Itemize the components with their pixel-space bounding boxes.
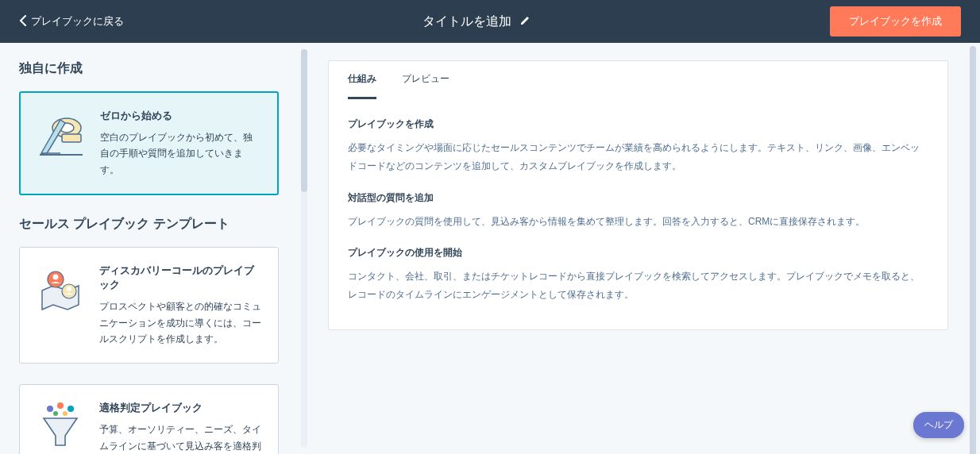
help-label: ヘルプ <box>924 419 953 430</box>
card-body: 適格判定プレイブック 予算、オーソリティー、ニーズ、タイムラインに基づいて見込み… <box>99 401 262 454</box>
template-card-scratch[interactable]: ゼロから始める 空白のプレイブックから初めて、独自の手順や質問を追加していきます… <box>19 91 279 195</box>
card-body: ディスカバリーコールのプレイブック プロスペクトや顧客との的確なコミュニケーショ… <box>99 264 262 347</box>
card-title: ディスカバリーコールのプレイブック <box>99 264 262 292</box>
panel-body: プレイブックを作成 必要なタイミングや場面に応じたセールスコンテンツでチームが業… <box>329 100 947 329</box>
template-sidebar: 独自に作成 ゼロから始める 空白のプレイブックから初めて、独自の手順や質問を追加… <box>0 43 298 454</box>
card-desc: 予算、オーソリティー、ニーズ、タイムラインに基づいて見込み客を適格判定するプレイ… <box>99 421 262 454</box>
card-desc: 空白のプレイブックから初めて、独自の手順や質問を追加していきます。 <box>100 129 261 178</box>
edit-title-icon[interactable] <box>519 14 531 29</box>
create-playbook-button[interactable]: プレイブックを作成 <box>830 6 961 37</box>
svg-point-10 <box>68 406 74 412</box>
back-to-playbooks-link[interactable]: プレイブックに戻る <box>19 14 124 29</box>
section-create-own-title: 独自に作成 <box>19 60 279 77</box>
tab-how-it-works[interactable]: 仕組み <box>348 61 376 99</box>
page-title[interactable]: タイトルを追加 <box>422 13 511 30</box>
contacts-map-icon <box>36 264 85 313</box>
funnel-icon <box>36 401 85 450</box>
back-label: プレイブックに戻る <box>31 14 124 29</box>
panel-heading-3: プレイブックの使用を開始 <box>348 246 928 260</box>
content-area: 仕組み プレビュー プレイブックを作成 必要なタイミングや場面に応じたセールスコ… <box>314 43 980 454</box>
svg-rect-2 <box>62 134 81 142</box>
sidebar-scrollbar[interactable] <box>298 43 314 454</box>
panel-tabs: 仕組み プレビュー <box>329 61 947 100</box>
page-scrollbar[interactable] <box>967 43 980 454</box>
section-sales-templates-title: セールス プレイブック テンプレート <box>19 216 279 233</box>
template-card-discovery[interactable]: ディスカバリーコールのプレイブック プロスペクトや顧客との的確なコミュニケーショ… <box>19 247 279 364</box>
svg-point-8 <box>47 406 53 412</box>
panel-heading-2: 対話型の質問を追加 <box>348 191 928 205</box>
template-card-qualification[interactable]: 適格判定プレイブック 予算、オーソリティー、ニーズ、タイムラインに基づいて見込み… <box>19 384 279 454</box>
sidebar-wrap: 独自に作成 ゼロから始める 空白のプレイブックから初めて、独自の手順や質問を追加… <box>0 43 314 454</box>
help-button[interactable]: ヘルプ <box>913 412 964 438</box>
card-body: ゼロから始める 空白のプレイブックから初めて、独自の手順や質問を追加していきます… <box>100 109 261 178</box>
card-title: ゼロから始める <box>100 109 261 123</box>
main-layout: 独自に作成 ゼロから始める 空白のプレイブックから初めて、独自の手順や質問を追加… <box>0 43 980 454</box>
svg-point-5 <box>53 275 59 280</box>
svg-point-11 <box>53 411 58 416</box>
svg-point-12 <box>63 411 68 416</box>
panel-para-2: プレイブックの質問を使用して、見込み客から情報を集めて整理します。回答を入力する… <box>348 213 928 231</box>
ruler-tape-icon <box>37 109 86 158</box>
details-panel: 仕組み プレビュー プレイブックを作成 必要なタイミングや場面に応じたセールスコ… <box>328 60 948 330</box>
svg-point-9 <box>57 402 64 409</box>
top-header: プレイブックに戻る タイトルを追加 プレイブックを作成 <box>0 0 980 43</box>
panel-para-3: コンタクト、会社、取引、またはチケットレコードから直接プレイブックを検索してアク… <box>348 267 928 304</box>
chevron-left-icon <box>19 15 26 29</box>
card-desc: プロスペクトや顧客との的確なコミュニケーションを成功に導くには、コールスクリプト… <box>99 298 262 347</box>
svg-point-7 <box>67 287 71 291</box>
panel-para-1: 必要なタイミングや場面に応じたセールスコンテンツでチームが業績を高められるように… <box>348 139 928 175</box>
tab-preview[interactable]: プレビュー <box>402 61 449 99</box>
card-title: 適格判定プレイブック <box>99 401 262 415</box>
panel-heading-1: プレイブックを作成 <box>348 117 928 131</box>
header-center: タイトルを追加 <box>124 13 830 30</box>
